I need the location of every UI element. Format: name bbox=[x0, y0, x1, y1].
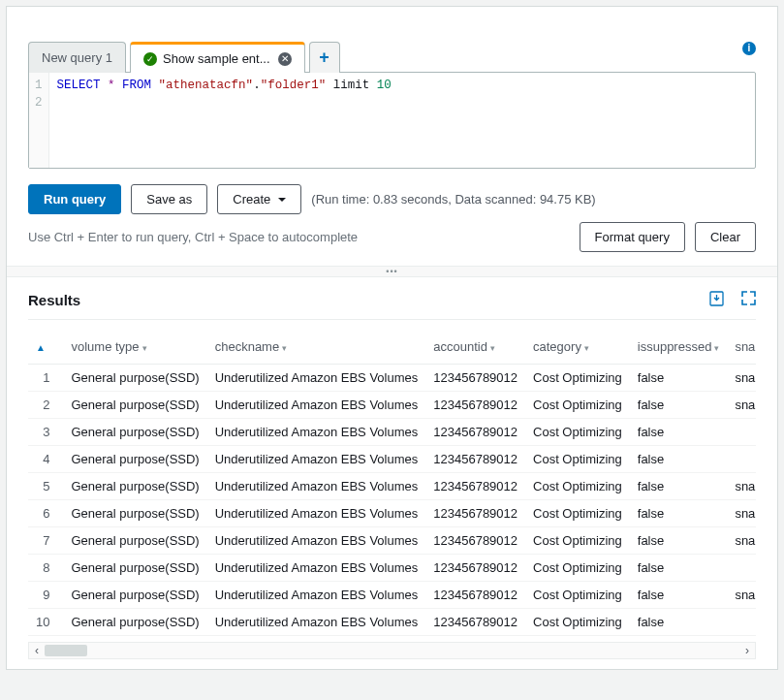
table-row[interactable]: 9General purpose(SSD)Underutilized Amazo… bbox=[28, 582, 756, 609]
cell-checkname: Underutilized Amazon EBS Volumes bbox=[207, 527, 426, 555]
tab-label: New query 1 bbox=[42, 50, 112, 65]
results-icons bbox=[709, 291, 756, 309]
run-status-text: (Run time: 0.83 seconds, Data scanned: 9… bbox=[311, 192, 595, 207]
close-tab-icon[interactable]: ✕ bbox=[278, 52, 292, 66]
scroll-track[interactable] bbox=[45, 643, 739, 658]
cell-issuppressed: false bbox=[630, 365, 728, 392]
tab-new-query-1[interactable]: New query 1 bbox=[28, 42, 126, 73]
scroll-left-icon[interactable]: ‹ bbox=[29, 644, 45, 657]
cell-issuppressed: false bbox=[630, 582, 728, 609]
cell-checkname: Underutilized Amazon EBS Volumes bbox=[207, 446, 426, 473]
cell-category: Cost Optimizing bbox=[525, 419, 630, 446]
cell-index: 1 bbox=[28, 365, 63, 392]
line-number: 2 bbox=[35, 94, 43, 111]
results-table-scroll[interactable]: ▲ volume type▾ checkname▾ accountid▾ cat… bbox=[28, 326, 756, 636]
col-label: category bbox=[533, 339, 581, 354]
table-row[interactable]: 4General purpose(SSD)Underutilized Amazo… bbox=[28, 446, 756, 473]
col-label: issuppressed bbox=[638, 339, 712, 354]
cell-snapshot bbox=[727, 446, 756, 473]
table-row[interactable]: 6General purpose(SSD)Underutilized Amazo… bbox=[28, 500, 756, 527]
cell-snapshot bbox=[727, 419, 756, 446]
cell-volume-type: General purpose(SSD) bbox=[63, 365, 206, 392]
cell-volume-type: General purpose(SSD) bbox=[63, 527, 206, 555]
col-label: snapshot bbox=[735, 339, 756, 354]
expand-icon[interactable] bbox=[741, 291, 756, 309]
results-header: Results bbox=[28, 291, 756, 320]
cell-snapshot: snap-0ef4 bbox=[727, 473, 756, 500]
col-checkname[interactable]: checkname▾ bbox=[207, 326, 426, 365]
cell-volume-type: General purpose(SSD) bbox=[63, 500, 206, 527]
scroll-thumb[interactable] bbox=[45, 645, 87, 656]
app-frame: i New query 1 ✓ Show sample ent... ✕ + 1… bbox=[6, 6, 778, 670]
panel-resize-handle[interactable]: ••• bbox=[7, 266, 777, 277]
cell-volume-type: General purpose(SSD) bbox=[63, 392, 206, 419]
hint-row: Use Ctrl + Enter to run query, Ctrl + Sp… bbox=[7, 222, 777, 266]
sort-icon: ▾ bbox=[282, 343, 287, 353]
cell-checkname: Underutilized Amazon EBS Volumes bbox=[207, 609, 426, 636]
sort-asc-icon: ▲ bbox=[36, 342, 46, 353]
download-icon[interactable] bbox=[709, 291, 724, 309]
clear-button[interactable]: Clear bbox=[695, 222, 756, 252]
cell-accountid: 123456789012 bbox=[425, 500, 525, 527]
kw-select: SELECT bbox=[57, 79, 101, 92]
right-buttons: Format query Clear bbox=[580, 222, 756, 252]
col-index[interactable]: ▲ bbox=[28, 326, 63, 365]
kw-limit: limit bbox=[333, 79, 370, 92]
cell-index: 7 bbox=[28, 527, 63, 555]
cell-snapshot: snap-0ff69 bbox=[727, 582, 756, 609]
results-table: ▲ volume type▾ checkname▾ accountid▾ cat… bbox=[28, 326, 756, 636]
cell-accountid: 123456789012 bbox=[425, 419, 525, 446]
new-tab-button[interactable]: + bbox=[309, 42, 340, 73]
table-row[interactable]: 2General purpose(SSD)Underutilized Amazo… bbox=[28, 392, 756, 419]
sql-table: "folder1" bbox=[261, 79, 327, 92]
cell-category: Cost Optimizing bbox=[525, 392, 630, 419]
col-accountid[interactable]: accountid▾ bbox=[425, 326, 525, 365]
cell-accountid: 123456789012 bbox=[425, 392, 525, 419]
tab-show-sample[interactable]: ✓ Show sample ent... ✕ bbox=[130, 42, 305, 73]
col-snapshot[interactable]: snapshot bbox=[727, 326, 756, 365]
table-row[interactable]: 1General purpose(SSD)Underutilized Amazo… bbox=[28, 365, 756, 392]
cell-checkname: Underutilized Amazon EBS Volumes bbox=[207, 473, 426, 500]
sql-code[interactable]: SELECT * FROM "athenatacfn"."folder1" li… bbox=[49, 73, 399, 168]
cell-issuppressed: false bbox=[630, 392, 728, 419]
horizontal-scrollbar[interactable]: ‹ › bbox=[28, 642, 756, 659]
line-gutter: 1 2 bbox=[29, 73, 49, 168]
cell-category: Cost Optimizing bbox=[525, 500, 630, 527]
line-number: 1 bbox=[35, 77, 43, 94]
cell-issuppressed: false bbox=[630, 473, 728, 500]
cell-snapshot: snap-06b bbox=[727, 392, 756, 419]
cell-issuppressed: false bbox=[630, 609, 728, 636]
table-row[interactable]: 3General purpose(SSD)Underutilized Amazo… bbox=[28, 419, 756, 446]
table-row[interactable]: 8General purpose(SSD)Underutilized Amazo… bbox=[28, 555, 756, 582]
table-row[interactable]: 7General purpose(SSD)Underutilized Amazo… bbox=[28, 527, 756, 555]
save-as-button[interactable]: Save as bbox=[131, 184, 207, 214]
cell-issuppressed: false bbox=[630, 419, 728, 446]
cell-volume-type: General purpose(SSD) bbox=[63, 419, 206, 446]
cell-checkname: Underutilized Amazon EBS Volumes bbox=[207, 555, 426, 582]
table-header-row: ▲ volume type▾ checkname▾ accountid▾ cat… bbox=[28, 326, 756, 365]
cell-index: 2 bbox=[28, 392, 63, 419]
table-row[interactable]: 10General purpose(SSD)Underutilized Amaz… bbox=[28, 609, 756, 636]
cell-checkname: Underutilized Amazon EBS Volumes bbox=[207, 392, 426, 419]
sql-limit-n: 10 bbox=[377, 79, 392, 92]
sort-icon: ▾ bbox=[584, 343, 589, 353]
col-issuppressed[interactable]: issuppressed▾ bbox=[630, 326, 728, 365]
col-category[interactable]: category▾ bbox=[525, 326, 630, 365]
cell-category: Cost Optimizing bbox=[525, 609, 630, 636]
col-volume-type[interactable]: volume type▾ bbox=[63, 326, 206, 365]
cell-accountid: 123456789012 bbox=[425, 473, 525, 500]
create-button[interactable]: Create bbox=[217, 184, 301, 214]
cell-checkname: Underutilized Amazon EBS Volumes bbox=[207, 365, 426, 392]
table-row[interactable]: 5General purpose(SSD)Underutilized Amazo… bbox=[28, 473, 756, 500]
query-editor[interactable]: 1 2 SELECT * FROM "athenatacfn"."folder1… bbox=[28, 72, 756, 169]
tab-label: Show sample ent... bbox=[163, 51, 270, 66]
cell-index: 4 bbox=[28, 446, 63, 473]
results-title: Results bbox=[28, 292, 80, 308]
cell-accountid: 123456789012 bbox=[425, 582, 525, 609]
format-query-button[interactable]: Format query bbox=[580, 222, 685, 252]
scroll-right-icon[interactable]: › bbox=[739, 644, 755, 657]
cell-index: 9 bbox=[28, 582, 63, 609]
cell-checkname: Underutilized Amazon EBS Volumes bbox=[207, 582, 426, 609]
cell-accountid: 123456789012 bbox=[425, 446, 525, 473]
run-query-button[interactable]: Run query bbox=[28, 184, 121, 214]
